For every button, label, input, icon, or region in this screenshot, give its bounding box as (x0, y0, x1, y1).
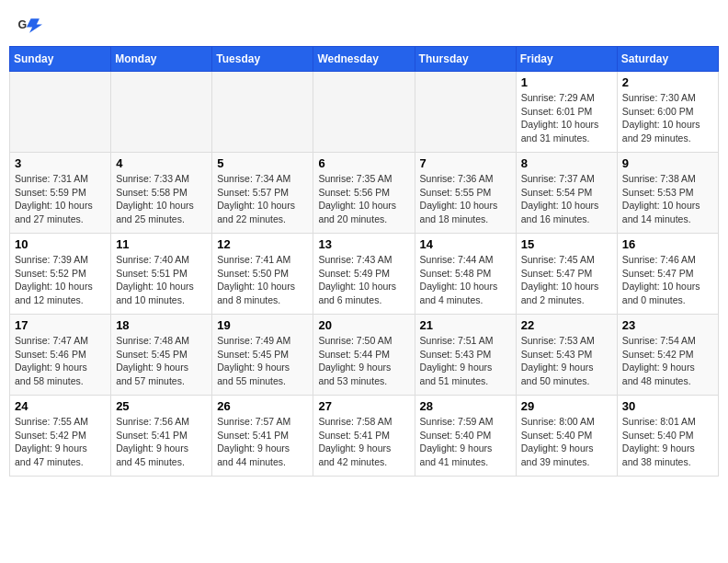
day-number: 25 (116, 399, 207, 413)
day-number: 21 (420, 318, 511, 332)
day-number: 10 (15, 237, 106, 251)
day-number: 1 (521, 75, 612, 89)
day-number: 12 (217, 237, 308, 251)
calendar-cell: 28Sunrise: 7:59 AM Sunset: 5:40 PM Dayli… (415, 396, 516, 477)
column-header-monday: Monday (111, 47, 212, 72)
column-header-thursday: Thursday (415, 47, 516, 72)
calendar-cell (111, 72, 212, 153)
column-header-friday: Friday (516, 47, 617, 72)
day-info: Sunrise: 7:45 AM Sunset: 5:47 PM Dayligh… (521, 253, 612, 307)
day-number: 9 (622, 156, 713, 170)
day-info: Sunrise: 7:53 AM Sunset: 5:43 PM Dayligh… (521, 334, 612, 388)
calendar-cell: 11Sunrise: 7:40 AM Sunset: 5:51 PM Dayli… (111, 234, 212, 315)
day-info: Sunrise: 8:00 AM Sunset: 5:40 PM Dayligh… (521, 415, 612, 469)
calendar-cell (212, 72, 313, 153)
day-info: Sunrise: 7:37 AM Sunset: 5:54 PM Dayligh… (521, 172, 612, 226)
calendar-cell: 17Sunrise: 7:47 AM Sunset: 5:46 PM Dayli… (10, 315, 111, 396)
day-number: 30 (622, 399, 713, 413)
calendar-cell: 13Sunrise: 7:43 AM Sunset: 5:49 PM Dayli… (313, 234, 415, 315)
day-number: 7 (420, 156, 511, 170)
day-number: 23 (622, 318, 713, 332)
calendar-cell (10, 72, 111, 153)
column-header-tuesday: Tuesday (212, 47, 313, 72)
calendar-week-row: 1Sunrise: 7:29 AM Sunset: 6:01 PM Daylig… (10, 72, 719, 153)
day-info: Sunrise: 7:36 AM Sunset: 5:55 PM Dayligh… (420, 172, 511, 226)
day-number: 6 (318, 156, 409, 170)
day-info: Sunrise: 7:54 AM Sunset: 5:42 PM Dayligh… (622, 334, 713, 388)
day-info: Sunrise: 7:31 AM Sunset: 5:59 PM Dayligh… (15, 172, 106, 226)
calendar-cell: 30Sunrise: 8:01 AM Sunset: 5:40 PM Dayli… (617, 396, 718, 477)
day-number: 11 (116, 237, 207, 251)
day-info: Sunrise: 7:30 AM Sunset: 6:00 PM Dayligh… (622, 91, 713, 145)
calendar-cell: 23Sunrise: 7:54 AM Sunset: 5:42 PM Dayli… (617, 315, 718, 396)
day-info: Sunrise: 7:59 AM Sunset: 5:40 PM Dayligh… (420, 415, 511, 469)
calendar-cell: 19Sunrise: 7:49 AM Sunset: 5:45 PM Dayli… (212, 315, 313, 396)
calendar-cell: 7Sunrise: 7:36 AM Sunset: 5:55 PM Daylig… (415, 153, 516, 234)
column-header-saturday: Saturday (617, 47, 718, 72)
day-number: 26 (217, 399, 308, 413)
day-info: Sunrise: 7:43 AM Sunset: 5:49 PM Dayligh… (318, 253, 409, 307)
column-header-wednesday: Wednesday (313, 47, 415, 72)
calendar-cell: 2Sunrise: 7:30 AM Sunset: 6:00 PM Daylig… (617, 72, 718, 153)
calendar-cell: 4Sunrise: 7:33 AM Sunset: 5:58 PM Daylig… (111, 153, 212, 234)
day-info: Sunrise: 7:57 AM Sunset: 5:41 PM Dayligh… (217, 415, 308, 469)
calendar-cell: 27Sunrise: 7:58 AM Sunset: 5:41 PM Dayli… (313, 396, 415, 477)
day-number: 2 (622, 75, 713, 89)
calendar-table: SundayMondayTuesdayWednesdayThursdayFrid… (9, 46, 719, 477)
calendar-cell: 9Sunrise: 7:38 AM Sunset: 5:53 PM Daylig… (617, 153, 718, 234)
day-number: 28 (420, 399, 511, 413)
calendar-cell: 25Sunrise: 7:56 AM Sunset: 5:41 PM Dayli… (111, 396, 212, 477)
calendar-cell: 1Sunrise: 7:29 AM Sunset: 6:01 PM Daylig… (516, 72, 617, 153)
day-info: Sunrise: 8:01 AM Sunset: 5:40 PM Dayligh… (622, 415, 713, 469)
day-info: Sunrise: 7:38 AM Sunset: 5:53 PM Dayligh… (622, 172, 713, 226)
day-info: Sunrise: 7:29 AM Sunset: 6:01 PM Dayligh… (521, 91, 612, 145)
calendar-cell: 15Sunrise: 7:45 AM Sunset: 5:47 PM Dayli… (516, 234, 617, 315)
column-header-sunday: Sunday (10, 47, 111, 72)
day-info: Sunrise: 7:50 AM Sunset: 5:44 PM Dayligh… (318, 334, 409, 388)
day-info: Sunrise: 7:58 AM Sunset: 5:41 PM Dayligh… (318, 415, 409, 469)
day-info: Sunrise: 7:44 AM Sunset: 5:48 PM Dayligh… (420, 253, 511, 307)
calendar-cell: 16Sunrise: 7:46 AM Sunset: 5:47 PM Dayli… (617, 234, 718, 315)
day-info: Sunrise: 7:49 AM Sunset: 5:45 PM Dayligh… (217, 334, 308, 388)
day-number: 16 (622, 237, 713, 251)
calendar-cell: 26Sunrise: 7:57 AM Sunset: 5:41 PM Dayli… (212, 396, 313, 477)
day-number: 8 (521, 156, 612, 170)
day-info: Sunrise: 7:41 AM Sunset: 5:50 PM Dayligh… (217, 253, 308, 307)
calendar-cell: 22Sunrise: 7:53 AM Sunset: 5:43 PM Dayli… (516, 315, 617, 396)
day-info: Sunrise: 7:56 AM Sunset: 5:41 PM Dayligh… (116, 415, 207, 469)
calendar-cell: 3Sunrise: 7:31 AM Sunset: 5:59 PM Daylig… (10, 153, 111, 234)
calendar-cell: 6Sunrise: 7:35 AM Sunset: 5:56 PM Daylig… (313, 153, 415, 234)
day-info: Sunrise: 7:51 AM Sunset: 5:43 PM Dayligh… (420, 334, 511, 388)
day-number: 27 (318, 399, 409, 413)
day-info: Sunrise: 7:47 AM Sunset: 5:46 PM Dayligh… (15, 334, 106, 388)
calendar-cell: 24Sunrise: 7:55 AM Sunset: 5:42 PM Dayli… (10, 396, 111, 477)
logo: G (17, 13, 44, 35)
calendar-cell: 12Sunrise: 7:41 AM Sunset: 5:50 PM Dayli… (212, 234, 313, 315)
logo-icon: G (17, 13, 42, 39)
calendar-cell: 20Sunrise: 7:50 AM Sunset: 5:44 PM Dayli… (313, 315, 415, 396)
day-number: 13 (318, 237, 409, 251)
day-number: 14 (420, 237, 511, 251)
day-number: 17 (15, 318, 106, 332)
day-number: 20 (318, 318, 409, 332)
day-number: 5 (217, 156, 308, 170)
day-number: 24 (15, 399, 106, 413)
day-info: Sunrise: 7:35 AM Sunset: 5:56 PM Dayligh… (318, 172, 409, 226)
calendar-week-row: 17Sunrise: 7:47 AM Sunset: 5:46 PM Dayli… (10, 315, 719, 396)
calendar-week-row: 10Sunrise: 7:39 AM Sunset: 5:52 PM Dayli… (10, 234, 719, 315)
calendar-cell: 10Sunrise: 7:39 AM Sunset: 5:52 PM Dayli… (10, 234, 111, 315)
svg-text:G: G (18, 18, 28, 31)
calendar-cell: 21Sunrise: 7:51 AM Sunset: 5:43 PM Dayli… (415, 315, 516, 396)
day-number: 3 (15, 156, 106, 170)
calendar-week-row: 24Sunrise: 7:55 AM Sunset: 5:42 PM Dayli… (10, 396, 719, 477)
calendar-cell: 5Sunrise: 7:34 AM Sunset: 5:57 PM Daylig… (212, 153, 313, 234)
day-number: 4 (116, 156, 207, 170)
day-info: Sunrise: 7:33 AM Sunset: 5:58 PM Dayligh… (116, 172, 207, 226)
calendar-cell: 29Sunrise: 8:00 AM Sunset: 5:40 PM Dayli… (516, 396, 617, 477)
day-info: Sunrise: 7:40 AM Sunset: 5:51 PM Dayligh… (116, 253, 207, 307)
day-info: Sunrise: 7:34 AM Sunset: 5:57 PM Dayligh… (217, 172, 308, 226)
calendar-cell (313, 72, 415, 153)
day-info: Sunrise: 7:55 AM Sunset: 5:42 PM Dayligh… (15, 415, 106, 469)
calendar-header-row: SundayMondayTuesdayWednesdayThursdayFrid… (10, 47, 719, 72)
day-number: 18 (116, 318, 207, 332)
